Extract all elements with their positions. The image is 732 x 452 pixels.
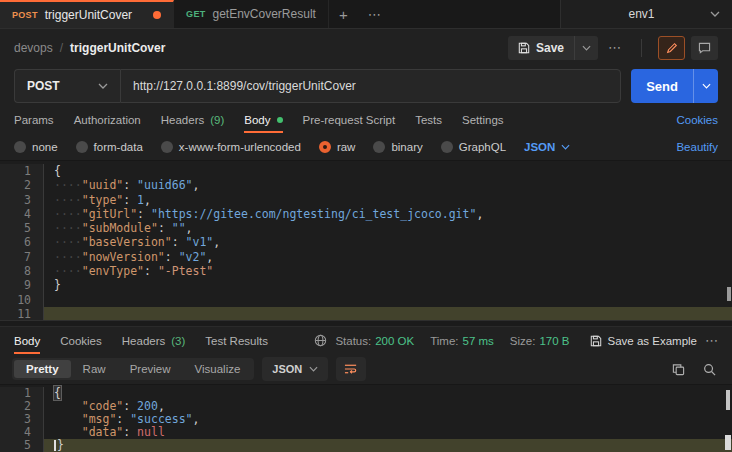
tab-label: Params bbox=[14, 114, 54, 126]
save-button[interactable]: Save bbox=[508, 36, 574, 60]
size-pair: Size:170 B bbox=[510, 335, 570, 347]
new-tab-button[interactable]: + bbox=[329, 0, 358, 28]
response-format-dropdown[interactable]: JSON bbox=[262, 357, 328, 381]
tab-authorization[interactable]: Authorization bbox=[74, 106, 141, 133]
breadcrumb-request-name: triggerUnitCover bbox=[70, 41, 165, 55]
tab-label: Cookies bbox=[60, 335, 102, 347]
bodytype-label: binary bbox=[391, 141, 422, 153]
response-tab-headers[interactable]: Headers(3) bbox=[122, 327, 186, 354]
bodytype-urlencoded[interactable]: x-www-form-urlencoded bbox=[161, 141, 301, 153]
tab-settings[interactable]: Settings bbox=[462, 106, 504, 133]
time-label: Time: bbox=[430, 335, 458, 347]
tab-body[interactable]: Body bbox=[244, 106, 282, 133]
view-label: Preview bbox=[130, 363, 171, 375]
response-body-editor[interactable]: 1{2 "code": 200,3 "msg": "success",4 "da… bbox=[0, 384, 732, 452]
beautify-link[interactable]: Beautify bbox=[676, 141, 718, 153]
tab-getEnvCoverResult[interactable]: GET getEnvCoverResult bbox=[174, 0, 329, 28]
code-line: 5····"subModule": "", bbox=[0, 221, 732, 235]
body-type-row: none form-data x-www-form-urlencoded raw… bbox=[0, 133, 732, 160]
response-toolbar-right bbox=[672, 363, 720, 376]
tab-method-get: GET bbox=[186, 9, 205, 19]
bodytype-raw[interactable]: raw bbox=[319, 141, 356, 153]
response-format-value: JSON bbox=[272, 363, 302, 375]
tab-options-button[interactable]: ⋯ bbox=[358, 0, 391, 28]
tab-params[interactable]: Params bbox=[14, 106, 54, 133]
headers-count: (9) bbox=[210, 114, 224, 126]
code-line: 4····"gitUrl": "https://gitee.com/ngtest… bbox=[0, 207, 732, 221]
send-button[interactable]: Send bbox=[631, 69, 693, 103]
response-tab-cookies[interactable]: Cookies bbox=[60, 327, 102, 354]
code-line: 4 "data": null bbox=[0, 426, 732, 439]
bodytype-label: GraphQL bbox=[459, 141, 506, 153]
bodytype-form-data[interactable]: form-data bbox=[76, 141, 143, 153]
response-view-switcher: Pretty Raw Preview Visualize bbox=[12, 358, 254, 380]
method-dropdown[interactable]: POST bbox=[14, 69, 120, 103]
url-input[interactable]: http://127.0.0.1:8899/cov/triggerUnitCov… bbox=[120, 69, 621, 103]
request-tabs: Params Authorization Headers(9) Body Pre… bbox=[0, 106, 732, 133]
format-value: JSON bbox=[524, 141, 555, 153]
bodytype-none[interactable]: none bbox=[14, 141, 58, 153]
breadcrumb-folder[interactable]: devops bbox=[14, 41, 53, 55]
tab-label: Authorization bbox=[74, 114, 141, 126]
request-body-editor[interactable]: 1{2····"uuid": "uuid66",3····"type": 1,4… bbox=[0, 160, 732, 321]
tab-triggerUnitCover[interactable]: POST triggerUnitCover bbox=[0, 0, 174, 28]
status-label: Status: bbox=[335, 335, 371, 347]
size-label: Size: bbox=[510, 335, 536, 347]
search-icon[interactable] bbox=[703, 363, 716, 376]
response-meta: Status:200 OK Time:57 ms Size:170 B Save… bbox=[314, 333, 718, 348]
response-tab-test-results[interactable]: Test Results bbox=[205, 327, 268, 354]
radio-icon bbox=[373, 141, 385, 153]
response-scrollbar-corner[interactable] bbox=[725, 435, 731, 450]
send-options-button[interactable] bbox=[693, 69, 718, 103]
code-line: 9} bbox=[0, 278, 732, 292]
environment-selector[interactable]: env1 bbox=[560, 0, 732, 28]
copy-icon[interactable] bbox=[672, 363, 685, 376]
code-line: 11 bbox=[0, 307, 732, 321]
view-label: Raw bbox=[83, 363, 106, 375]
bodytype-binary[interactable]: binary bbox=[373, 141, 422, 153]
save-as-example-label: Save as Example bbox=[608, 335, 698, 347]
editor-scrollbar-thumb[interactable] bbox=[727, 287, 731, 301]
comments-button[interactable] bbox=[691, 36, 718, 60]
bodytype-graphql[interactable]: GraphQL bbox=[441, 141, 506, 153]
globe-icon[interactable] bbox=[314, 334, 327, 347]
tab-pre-request-script[interactable]: Pre-request Script bbox=[303, 106, 396, 133]
method-value: POST bbox=[27, 79, 60, 93]
chevron-down-icon bbox=[309, 366, 318, 372]
response-headers-count: (3) bbox=[171, 335, 185, 347]
view-pretty[interactable]: Pretty bbox=[14, 360, 71, 378]
code-line: 10 bbox=[0, 293, 732, 307]
ellipsis-icon: ⋯ bbox=[368, 7, 381, 22]
save-as-example-button[interactable]: Save as Example bbox=[590, 335, 698, 347]
response-more-actions-button[interactable]: ⋯ bbox=[705, 333, 718, 348]
code-line: 7····"nowVersion": "v2", bbox=[0, 250, 732, 264]
status-value: 200 OK bbox=[375, 335, 414, 347]
unsaved-dot-icon bbox=[153, 11, 161, 19]
view-preview[interactable]: Preview bbox=[118, 360, 183, 378]
tab-tests[interactable]: Tests bbox=[415, 106, 442, 133]
response-tab-body[interactable]: Body bbox=[14, 327, 40, 354]
status-pair: Status:200 OK bbox=[335, 335, 414, 347]
code-line: 3····"type": 1, bbox=[0, 193, 732, 207]
code-line: 5} bbox=[0, 439, 732, 452]
plus-icon: + bbox=[339, 6, 348, 23]
tab-title: triggerUnitCover bbox=[45, 8, 132, 22]
tab-headers[interactable]: Headers(9) bbox=[161, 106, 225, 133]
view-visualize[interactable]: Visualize bbox=[183, 360, 253, 378]
save-options-button[interactable] bbox=[574, 36, 598, 60]
wrap-text-button[interactable] bbox=[336, 357, 366, 381]
chevron-down-icon bbox=[561, 144, 570, 150]
wrap-text-icon bbox=[344, 363, 358, 375]
breadcrumb-actions: Save ⋯ bbox=[508, 36, 718, 60]
save-label: Save bbox=[536, 41, 564, 55]
cookies-link[interactable]: Cookies bbox=[676, 114, 718, 126]
chevron-down-icon bbox=[98, 83, 108, 89]
edit-mode-button[interactable] bbox=[658, 36, 685, 60]
tab-method-post: POST bbox=[12, 10, 38, 20]
format-dropdown[interactable]: JSON bbox=[524, 141, 570, 153]
bodytype-label: form-data bbox=[94, 141, 143, 153]
request-more-actions-button[interactable]: ⋯ bbox=[598, 40, 631, 55]
view-raw[interactable]: Raw bbox=[71, 360, 118, 378]
ellipsis-icon: ⋯ bbox=[705, 333, 718, 348]
response-scrollbar-thumb[interactable] bbox=[726, 390, 730, 410]
